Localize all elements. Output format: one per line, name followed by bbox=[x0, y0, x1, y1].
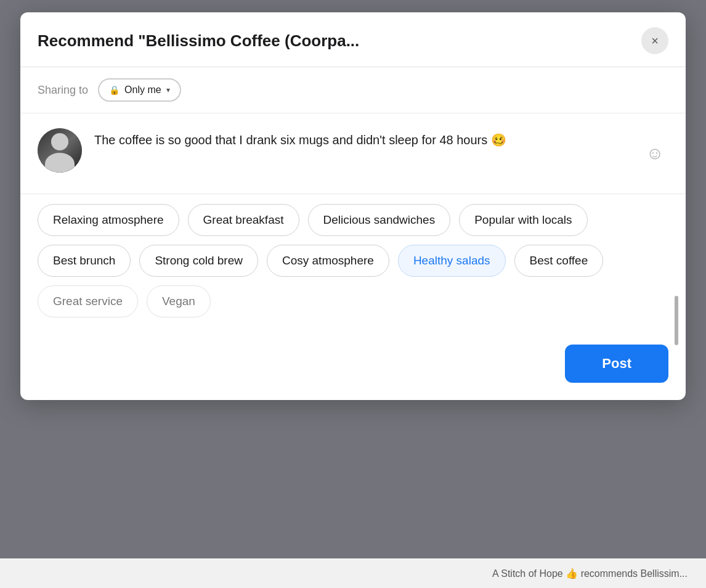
tag-cosy-atmosphere[interactable]: Cosy atmosphere bbox=[267, 245, 389, 277]
tag-best-brunch[interactable]: Best brunch bbox=[38, 245, 131, 277]
tags-section: Relaxing atmosphere Great breakfast Deli… bbox=[20, 194, 686, 332]
tag-extra-1[interactable]: Great service bbox=[38, 285, 138, 317]
more-tags-row: Great service Vegan bbox=[38, 285, 668, 317]
sharing-label: Sharing to bbox=[38, 84, 88, 97]
post-button[interactable]: Post bbox=[565, 345, 668, 383]
modal-footer: Post bbox=[20, 332, 686, 400]
review-text[interactable]: The coffee is so good that I drank six m… bbox=[94, 128, 668, 149]
sharing-row: Sharing to 🔒 Only me ▾ bbox=[20, 67, 686, 113]
review-body: The coffee is so good that I drank six m… bbox=[20, 113, 686, 194]
emoji-picker-button[interactable]: ☺ bbox=[641, 140, 668, 167]
sharing-dropdown[interactable]: 🔒 Only me ▾ bbox=[98, 78, 181, 102]
close-button[interactable]: × bbox=[641, 27, 668, 54]
scrollbar-thumb[interactable] bbox=[675, 296, 678, 345]
sharing-option-label: Only me bbox=[124, 84, 161, 96]
tag-best-coffee[interactable]: Best coffee bbox=[514, 245, 604, 277]
tag-great-breakfast[interactable]: Great breakfast bbox=[188, 204, 299, 236]
scrollbar-track bbox=[675, 296, 678, 314]
tag-extra-2[interactable]: Vegan bbox=[147, 285, 211, 317]
tag-strong-cold-brew[interactable]: Strong cold brew bbox=[139, 245, 258, 277]
lock-icon: 🔒 bbox=[109, 85, 120, 95]
bottom-bar: A Stitch of Hope 👍 recommends Bellissim.… bbox=[0, 558, 706, 588]
bottom-bar-text: A Stitch of Hope 👍 recommends Bellissim.… bbox=[492, 568, 688, 579]
chevron-down-icon: ▾ bbox=[166, 86, 170, 94]
modal-header: Recommend "Bellissimo Coffee (Coorpa... … bbox=[20, 12, 686, 67]
recommend-modal: Recommend "Bellissimo Coffee (Coorpa... … bbox=[20, 12, 686, 400]
tags-grid: Relaxing atmosphere Great breakfast Deli… bbox=[38, 204, 668, 277]
tag-delicious-sandwiches[interactable]: Delicious sandwiches bbox=[308, 204, 451, 236]
avatar-image bbox=[38, 128, 82, 173]
avatar bbox=[38, 128, 82, 173]
tag-relaxing-atmosphere[interactable]: Relaxing atmosphere bbox=[38, 204, 179, 236]
tag-healthy-salads[interactable]: Healthy salads bbox=[398, 245, 506, 277]
modal-title: Recommend "Bellissimo Coffee (Coorpa... bbox=[38, 31, 631, 51]
tag-popular-with-locals[interactable]: Popular with locals bbox=[459, 204, 587, 236]
